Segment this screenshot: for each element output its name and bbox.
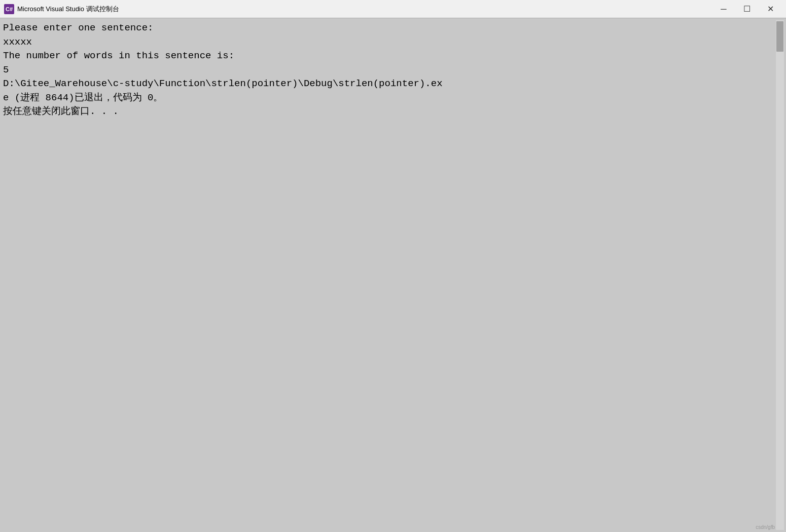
app-icon: C# [4,4,14,14]
window-controls: ─ ☐ ✕ [712,0,782,18]
output-line-6: e (进程 8644)已退出，代码为 0。 [3,92,163,103]
console-content: Please enter one sentence: xxxxx The num… [1,20,776,530]
output-line-3: The number of words in this sentence is: [3,50,234,61]
output-line-1: Please enter one sentence: [3,22,153,33]
watermark: csdn/gfb [756,524,775,530]
minimize-button[interactable]: ─ [712,0,735,18]
console-output: Please enter one sentence: xxxxx The num… [3,21,774,119]
titlebar: C# Microsoft Visual Studio 调试控制台 ─ ☐ ✕ [0,0,786,18]
close-button[interactable]: ✕ [759,0,782,18]
scrollbar[interactable] [776,20,784,530]
maximize-button[interactable]: ☐ [735,0,759,18]
output-line-4: 5 [3,64,9,75]
output-line-2: xxxxx [3,36,32,48]
scrollbar-thumb[interactable] [776,21,783,52]
console-area: Please enter one sentence: xxxxx The num… [0,18,786,532]
output-line-7: 按任意键关闭此窗口. . . [3,106,119,117]
output-line-5: D:\Gitee_Warehouse\c-study\Function\strl… [3,78,443,89]
window: C# Microsoft Visual Studio 调试控制台 ─ ☐ ✕ P… [0,0,786,532]
window-title: Microsoft Visual Studio 调试控制台 [17,5,712,14]
